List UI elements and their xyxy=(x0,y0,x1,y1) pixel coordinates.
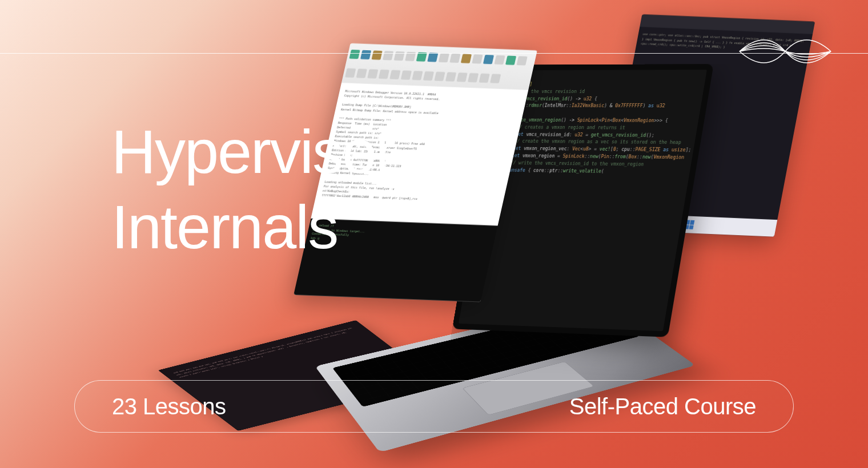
title-line-2: Internals xyxy=(111,192,337,261)
toolbar-button-icon xyxy=(461,54,472,63)
toolbar-button-icon xyxy=(435,71,445,80)
toolbar-button-icon xyxy=(517,56,528,65)
toolbar-button-icon xyxy=(479,73,490,82)
toolbar-button-icon xyxy=(367,69,378,78)
toolbar-button-icon xyxy=(423,71,434,80)
toolbar-button-icon xyxy=(345,68,356,77)
lessons-count: 23 Lessons xyxy=(112,394,226,419)
debugger-toolbar xyxy=(341,43,537,90)
toolbar-button-icon xyxy=(495,55,505,64)
toolbar-button-icon xyxy=(483,54,494,63)
brand-logo xyxy=(737,17,834,86)
toolbar-button-icon xyxy=(389,70,400,79)
toolbar-button-icon xyxy=(394,51,405,60)
course-info-pill: 23 Lessons Self-Paced Course xyxy=(74,380,794,433)
toolbar-button-icon xyxy=(449,53,460,62)
toolbar-button-icon xyxy=(439,53,449,62)
title-line-1: Hypervisor xyxy=(111,117,395,186)
toolbar-button-icon xyxy=(401,70,412,79)
toolbar-button-icon xyxy=(356,68,367,78)
course-type-label: Self-Paced Course xyxy=(569,394,756,419)
toolbar-button-icon xyxy=(472,54,483,63)
toolbar-button-icon xyxy=(383,51,393,60)
toolbar-button-icon xyxy=(372,50,383,59)
toolbar-button-icon xyxy=(379,69,389,78)
toolbar-button-icon xyxy=(360,50,371,59)
toolbar-button-icon xyxy=(445,72,456,81)
toolbar-button-icon xyxy=(505,55,516,64)
toolbar-button-icon xyxy=(468,72,479,82)
toolbar-button-icon xyxy=(457,72,468,82)
course-title: Hypervisor Internals xyxy=(111,114,395,265)
toolbar-button-icon xyxy=(412,71,423,80)
toolbar-button-icon xyxy=(490,74,501,83)
toolbar-button-icon xyxy=(349,49,360,58)
toolbar-button-icon xyxy=(427,53,438,62)
